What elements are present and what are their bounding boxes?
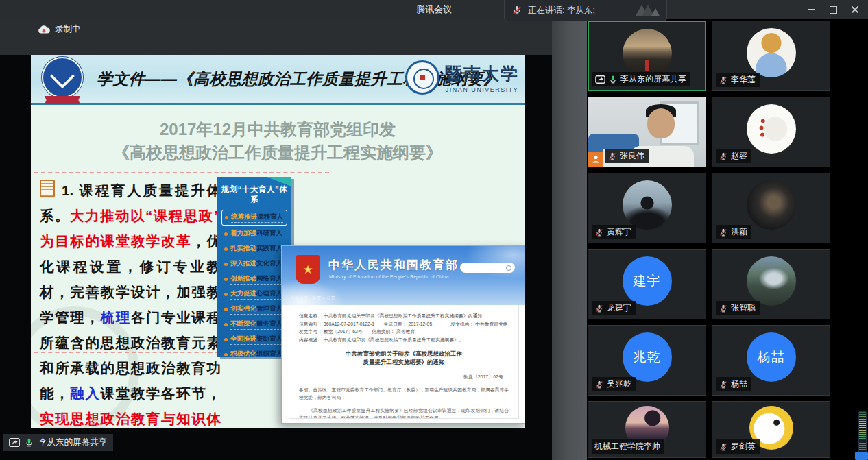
avatar [747,104,796,154]
participant-label: 机械工程学院李帅 [592,439,664,454]
panel-item: 全面推进资助育人 [221,332,287,346]
document-paragraph: 各省、自治区、直辖市党委教育工作部门、教育厅（教委），新疆生产建设兵团教育局，部… [299,387,509,401]
heading-line2: 《高校思想政治工作质量提升工程实施纲要》 [31,141,525,165]
bullet-icon [224,338,228,341]
participant-tile[interactable]: 杨喆 杨喆 [712,325,830,396]
bullet-icon [224,293,228,296]
body-segment: 课堂教学各环节， [101,385,221,401]
panel-title: 规划“十大育人”体系 [217,184,291,205]
participant-name: 赵容 [731,150,747,162]
document-title-line1: 中共教育部党组关于印发《高校思想政治工作 [299,350,509,358]
bullet-icon [224,278,228,281]
restore-button[interactable] [825,2,841,17]
recording-indicator: 录制中 [38,23,81,35]
participant-tile[interactable]: 建宇 龙建宇 [588,249,706,319]
participant-tile[interactable]: 兆乾 吴兆乾 [588,325,706,396]
slide-body-text: 1. 课程育人质量提升体系。大力推动以“课程思政”为目标的课堂教学改革，优化课程… [40,178,221,428]
item-verb: 创新推动 [230,274,256,282]
tencent-meeting-window: 腾讯会议 正在讲话: 李从东; 录制中 学文件——《高校思想政治工作质量提升工程… [0,0,868,460]
search-box [460,263,515,273]
panel-item: 统筹推进课程育人 [221,210,287,226]
participant-name: 杨喆 [731,378,747,390]
mic-muted-icon [594,304,604,313]
participant-tile[interactable]: 黄辉宇 [588,173,706,243]
participant-name: 洪颖 [731,226,747,238]
close-icon [851,5,859,14]
panel-item: 大力促进心理育人 [221,287,287,301]
participant-label: 吴兆乾 [592,377,636,391]
participant-tile[interactable]: 洪颖 [712,173,830,243]
item-verb: 切实强化 [230,304,256,312]
bullet-icon [225,216,228,219]
participant-name: 李从东的屏幕共享 [620,73,686,85]
avatar-initials: 兆乾 [634,348,661,366]
mic-muted-icon [594,380,604,389]
participant-tile[interactable]: 张良伟 [588,97,706,167]
item-object: 文化育人 [256,259,282,267]
participant-tile[interactable]: 机械工程学院李帅 [588,401,706,458]
bullet-icon [224,353,228,356]
bullet-icon [224,323,228,326]
item-verb: 大力促进 [230,289,256,297]
participant-tile[interactable]: 李华莲 [712,21,830,91]
participant-label: 杨喆 [716,377,751,391]
school-emblem-icon [42,57,83,98]
bullet-icon [224,247,228,251]
close-button[interactable] [847,2,863,17]
panel-item: 着力加强科研育人 [221,227,287,241]
item-verb: 着力加强 [230,229,256,237]
item-verb: 积极优化 [230,350,256,357]
item-object: 科研育人 [256,229,282,237]
university-name: 暨南大学 [445,62,519,85]
bullet-icon [224,308,228,311]
participant-label: 黄辉宇 [592,225,636,239]
panel-item: 扎实推动实践育人 [221,242,287,256]
participant-label: 李从东的屏幕共享 [592,72,690,86]
recording-label: 录制中 [55,23,81,35]
screen-share-icon [595,75,605,84]
participant-tile[interactable]: 罗剑英 [712,401,830,458]
national-emblem-icon [296,255,320,284]
participant-tile[interactable]: 赵容 [712,97,830,167]
item-verb: 全面推进 [230,335,256,342]
meta-line: 内容概述： 中共教育部党组印发《高校思想政治工作质量提升工程实施纲要》。 [299,336,509,344]
restore-icon [830,6,837,14]
bullet-icon [224,232,228,236]
mic-muted-icon [607,152,617,161]
breadcrumb: 当前位置：首页 > 公开 [290,295,335,302]
screen-share-banner: 李从东的屏幕共享 [3,434,113,451]
panel-divider[interactable] [552,19,587,460]
participant-name: 张良伟 [620,150,644,162]
participant-label: 张智聪 [716,301,760,315]
minimize-icon [808,9,815,10]
minimize-button[interactable] [804,2,819,17]
meta-line: 发文字号： 教党〔2017〕62号 信息类别： 高等教育 [299,328,509,336]
window-controls [804,0,863,19]
participant-name: 李华莲 [731,74,756,86]
participant-name: 机械工程学院李帅 [594,441,660,452]
participant-grid: 李从东的屏幕共享 李华莲 张良伟 [588,21,830,460]
avatar [747,180,796,230]
dashed-divider [34,172,329,173]
ministry-site-header: 中华人民共和国教育部 Ministry of Education of the … [282,246,525,305]
item-object: 实践育人 [256,244,282,252]
university-name-en: JINAN UNIVERSITY [446,86,519,93]
university-name-block: 暨南大学 JINAN UNIVERSITY [445,62,519,93]
mic-on-icon [24,437,34,448]
panel-item: 积极优化组织育人 [221,348,287,361]
share-top-band [0,19,552,55]
participant-tile[interactable]: 李从东的屏幕共享 [588,21,706,91]
item-verb: 不断深化 [230,319,256,327]
avatar: 杨喆 [747,332,796,382]
recording-cloud-icon [38,25,50,34]
participant-name: 黄辉宇 [607,226,631,238]
shared-slide: 学文件——《高校思想政治工作质量提升工程实施纲要》 暨南大学 JINAN UNI… [31,55,525,428]
panel-corner-decoration [267,177,291,186]
mic-muted-icon [719,228,728,237]
avatar-initials: 杨喆 [758,348,785,366]
avatar-initials: 建宇 [634,272,661,290]
meta-line: 信息索引： 360A12-07-2017-0122-1 生成日期： 2017-1… [299,320,509,328]
participant-tile[interactable]: 张智聪 [712,249,830,319]
document-body: 信息名称： 中共教育部党组关于印发《高校思想政治工作质量提升工程实施纲要》的通知… [289,305,519,419]
document-title-line2: 质量提升工程实施纲要》的通知 [299,358,509,366]
